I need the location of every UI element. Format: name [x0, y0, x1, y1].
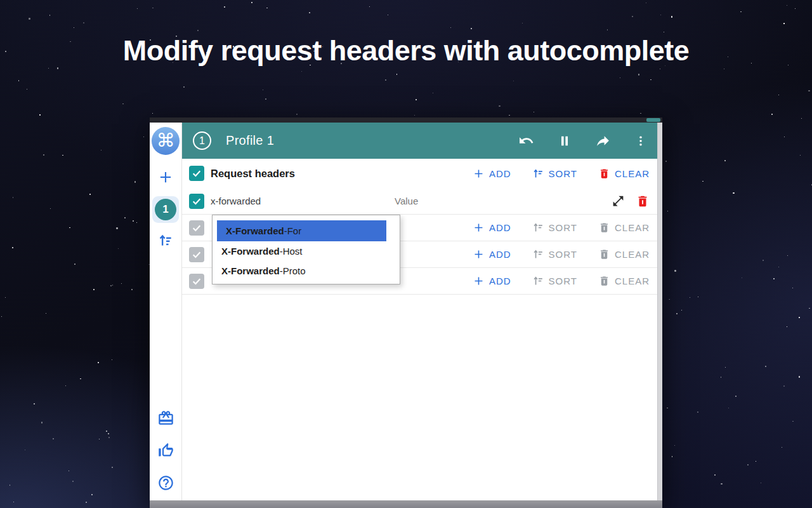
disabled-checkbox[interactable] — [189, 247, 204, 262]
header-value-input[interactable] — [395, 196, 521, 206]
request-headers-checkbox[interactable] — [189, 166, 204, 181]
sidebar: ⌘ 1 — [150, 123, 182, 500]
trash-icon — [598, 222, 610, 234]
sort-button[interactable]: SORT — [532, 248, 577, 260]
help-button[interactable] — [157, 474, 174, 491]
forward-icon — [595, 133, 611, 149]
trash-icon — [598, 275, 610, 287]
plus-icon — [473, 222, 485, 234]
window-top-strip — [150, 117, 662, 123]
section-title: Request headers — [211, 168, 295, 180]
promo-title: Modify request headers with autocomplete — [0, 34, 812, 67]
check-icon — [192, 276, 202, 286]
profile-number-badge: 1 — [193, 131, 211, 150]
disabled-checkbox[interactable] — [189, 220, 204, 236]
window-scrollbar[interactable] — [657, 123, 662, 500]
thumbs-up-icon — [157, 442, 174, 459]
check-icon — [192, 250, 202, 260]
pause-button[interactable] — [558, 134, 572, 148]
sort-icon — [532, 168, 544, 180]
add-button[interactable]: ADD — [473, 248, 511, 260]
sort-icon — [157, 232, 174, 249]
profile-1-badge: 1 — [155, 199, 176, 220]
sort-icon — [532, 275, 544, 287]
gift-icon — [157, 410, 174, 427]
autocomplete-option-x-forwarded-for[interactable]: X-Forwarded-For — [217, 220, 386, 241]
kebab-menu-icon — [634, 134, 647, 148]
trash-icon — [598, 168, 610, 180]
clear-headers-button[interactable]: CLEAR — [598, 168, 650, 180]
clear-button[interactable]: CLEAR — [598, 248, 650, 260]
header-name-input[interactable] — [211, 196, 395, 206]
undo-icon — [518, 133, 534, 149]
profile-title: Profile 1 — [226, 133, 274, 148]
entry-checkbox[interactable] — [189, 194, 204, 209]
more-menu-button[interactable] — [634, 134, 647, 148]
like-button[interactable] — [157, 442, 174, 459]
autocomplete-option-x-forwarded-host[interactable]: X-Forwarded-Host — [213, 241, 400, 261]
clear-button[interactable]: CLEAR — [598, 222, 650, 234]
app-logo: ⌘ — [150, 123, 181, 159]
sort-button[interactable]: SORT — [532, 222, 577, 234]
check-icon — [192, 168, 202, 178]
add-profile-button[interactable] — [157, 169, 174, 185]
add-button[interactable]: ADD — [473, 222, 511, 234]
autocomplete-option-x-forwarded-proto[interactable]: X-Forwarded-Proto — [213, 261, 400, 281]
modheader-window: ⌘ 1 — [150, 117, 662, 508]
add-button[interactable]: ADD — [473, 275, 511, 287]
clear-button[interactable]: CLEAR — [598, 275, 650, 287]
delete-entry-button[interactable] — [636, 194, 650, 208]
request-headers-section-row: Request headers ADD SORT CLEAR — [182, 159, 657, 188]
pause-icon — [558, 134, 572, 148]
autocomplete-dropdown: X-Forwarded-For X-Forwarded-Host X-Forwa… — [212, 215, 400, 284]
check-icon — [192, 196, 202, 206]
command-icon: ⌘ — [152, 127, 180, 155]
check-icon — [192, 223, 202, 233]
add-header-button[interactable]: ADD — [473, 168, 511, 180]
plus-icon — [473, 168, 485, 180]
plus-icon — [473, 248, 485, 260]
disabled-checkbox[interactable] — [189, 274, 204, 289]
promo-background: Modify request headers with autocomplete… — [0, 0, 812, 508]
trash-icon — [636, 194, 650, 208]
expand-icon — [612, 194, 625, 208]
main-content: 1 Profile 1 — [182, 123, 657, 500]
horizontal-scrollbar-thumb[interactable] — [646, 118, 660, 122]
plus-icon — [157, 169, 174, 185]
help-icon — [157, 474, 174, 491]
sort-profiles-button[interactable] — [157, 232, 174, 249]
sort-icon — [532, 248, 544, 260]
sidebar-profile-1[interactable]: 1 — [152, 196, 179, 223]
profile-header-bar: 1 Profile 1 — [182, 123, 657, 159]
undo-button[interactable] — [518, 133, 534, 149]
sort-button[interactable]: SORT — [532, 275, 577, 287]
header-entry-row — [182, 188, 657, 215]
gift-button[interactable] — [157, 410, 174, 427]
plus-icon — [473, 275, 485, 287]
export-button[interactable] — [595, 133, 611, 149]
window-bottom-strip — [150, 500, 662, 508]
expand-entry-button[interactable] — [612, 194, 625, 208]
trash-icon — [598, 248, 610, 260]
sort-icon — [532, 222, 544, 234]
sort-headers-button[interactable]: SORT — [532, 168, 577, 180]
